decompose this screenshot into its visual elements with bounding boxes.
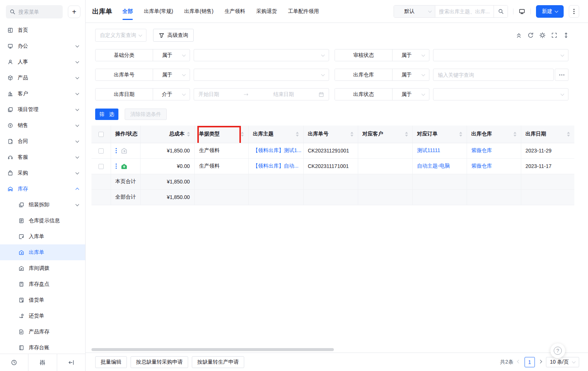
tab-regular[interactable]: 出库单(常规) xyxy=(144,0,173,23)
date-range-picker[interactable]: 开始日期 结束日期 xyxy=(194,88,329,100)
filter-operator-select[interactable]: 介于 xyxy=(153,89,190,100)
sort-icon[interactable] xyxy=(350,132,353,137)
search-button[interactable] xyxy=(494,6,508,17)
row-kebab-icon[interactable] xyxy=(115,163,117,169)
advanced-query-button[interactable]: 高级查询 xyxy=(153,29,194,42)
collapse-up-icon[interactable] xyxy=(516,32,522,38)
filter-category-value-select[interactable] xyxy=(194,49,329,61)
fullscreen-icon[interactable] xyxy=(551,32,557,38)
sidebar-search[interactable] xyxy=(6,5,63,18)
more-options-button[interactable] xyxy=(555,69,568,81)
subject-link[interactable]: 【领料出库】测试1... xyxy=(253,147,301,153)
new-button[interactable]: 新建 xyxy=(536,5,564,18)
row-kebab-icon[interactable] xyxy=(115,147,117,154)
sidebar-subitem-outbound[interactable]: 出库单 xyxy=(0,244,85,260)
col-customer[interactable]: 对应客户 xyxy=(358,126,412,143)
filter-audit-status-value-select[interactable] xyxy=(433,49,568,61)
prev-page-button[interactable] xyxy=(517,360,521,364)
history-button[interactable] xyxy=(0,354,28,371)
tab-purchase-return[interactable]: 采购退货 xyxy=(256,0,277,23)
collapse-sidebar-button[interactable] xyxy=(57,354,85,371)
sidebar-item-product[interactable]: 产品 xyxy=(0,70,85,86)
sidebar-item-purchase[interactable]: 采购 xyxy=(0,165,85,181)
sidebar-subitem-warehouse-info[interactable]: 仓库提示信息 xyxy=(0,213,85,229)
filter-operator-select[interactable]: 属于 xyxy=(153,69,190,80)
tab-all[interactable]: 全部 xyxy=(122,0,133,23)
sort-icon[interactable] xyxy=(187,132,190,137)
sidebar-subitem-transfer[interactable]: 库间调拨 xyxy=(0,260,85,276)
page-header: 出库单 全部 出库单(常规) 出库单(销售) 生产领料 采购退货 工单配件领用 … xyxy=(86,0,588,23)
to-purchase-request-button[interactable]: 按总缺量转采购申请 xyxy=(131,356,188,368)
col-warehouse[interactable]: 出库仓库 xyxy=(467,126,521,143)
col-cost[interactable]: 总成本 xyxy=(140,126,194,143)
tab-production-picking[interactable]: 生产领料 xyxy=(225,0,245,23)
custom-scheme-select[interactable]: 自定义方案查询 xyxy=(95,29,146,42)
sidebar-search-input[interactable] xyxy=(18,9,59,15)
order-link[interactable]: 自动主题-电脑 xyxy=(417,163,450,169)
sidebar-item-customer[interactable]: 客户 xyxy=(0,86,85,102)
sidebar-item-sales[interactable]: 销售 xyxy=(0,117,85,133)
select-all-checkbox[interactable] xyxy=(98,132,104,137)
add-menu-button[interactable]: + xyxy=(68,6,80,18)
sidebar-item-office[interactable]: 办公 xyxy=(0,38,85,54)
col-doc-no[interactable]: 出库单号 xyxy=(303,126,358,143)
sort-icon[interactable] xyxy=(513,132,516,137)
row-checkbox[interactable] xyxy=(98,164,104,169)
filter-submit-button[interactable]: 筛 选 xyxy=(95,109,118,120)
header-search-input[interactable] xyxy=(435,6,494,17)
to-production-request-button[interactable]: 按缺量转生产申请 xyxy=(192,356,244,368)
horizontal-scrollbar[interactable] xyxy=(91,348,334,351)
filter-operator-select[interactable]: 属于 xyxy=(392,89,429,100)
sort-icon[interactable] xyxy=(241,132,244,137)
sidebar-subitem-product-stock[interactable]: 产品库存 xyxy=(0,324,85,340)
sidebar-item-service[interactable]: 客服 xyxy=(0,149,85,165)
keyword-input[interactable] xyxy=(433,72,553,78)
row-checkbox[interactable] xyxy=(98,148,104,154)
row-height-icon[interactable] xyxy=(563,32,569,38)
sidebar-subitem-stocktake[interactable]: 库存盘点 xyxy=(0,276,85,292)
sidebar-item-hr[interactable]: 人事 xyxy=(0,54,85,70)
col-order[interactable]: 对应订单 xyxy=(412,126,467,143)
sort-icon[interactable] xyxy=(405,132,408,137)
gear-icon[interactable] xyxy=(539,32,546,38)
print-device-icon[interactable] xyxy=(519,8,525,15)
warehouse-link[interactable]: 紫薇仓库 xyxy=(471,163,492,169)
sort-icon[interactable] xyxy=(459,132,462,137)
sidebar-item-inventory[interactable]: 库存 xyxy=(0,181,85,197)
subject-link[interactable]: 【领料出库】自动... xyxy=(253,163,299,169)
view-select[interactable]: 默认 xyxy=(394,6,435,17)
sidebar-subitem-ledger[interactable]: 库存台账 xyxy=(0,340,85,354)
sidebar-item-home[interactable]: 首页 xyxy=(0,22,85,38)
tab-sales[interactable]: 出库单(销售) xyxy=(184,0,213,23)
order-link[interactable]: 测试11111 xyxy=(417,147,440,153)
warehouse-link[interactable]: 紫薇仓库 xyxy=(471,147,492,153)
col-date[interactable]: 出库日期 xyxy=(521,126,574,143)
next-page-button[interactable] xyxy=(539,360,542,364)
batch-edit-button[interactable]: 批量编辑 xyxy=(95,356,127,368)
refresh-icon[interactable] xyxy=(528,32,534,38)
sidebar-subitem-inbound[interactable]: 入库单 xyxy=(0,229,85,244)
col-doc-type[interactable]: 单据类型 xyxy=(194,126,248,143)
page-size-select[interactable]: 10 条/页 xyxy=(546,357,579,367)
filter-warehouse-value xyxy=(433,69,568,81)
sidebar-subitem-assembly[interactable]: 组装拆卸 xyxy=(0,197,85,213)
filter-doc-no-value-select[interactable] xyxy=(194,69,329,81)
sidebar-subitem-borrow[interactable]: 借货单 xyxy=(0,292,85,308)
col-subject[interactable]: 出库主题 xyxy=(248,126,303,143)
help-button[interactable]: ? xyxy=(550,343,565,358)
tab-workorder-parts[interactable]: 工单配件领用 xyxy=(288,0,319,23)
grand-total-row: 全部合计 ¥1,850.00 xyxy=(91,189,574,205)
sort-icon[interactable] xyxy=(296,132,299,137)
sidebar-item-project[interactable]: 项目管理 xyxy=(0,102,85,117)
more-actions-button[interactable] xyxy=(569,5,579,18)
page-number[interactable]: 1 xyxy=(525,357,535,367)
filter-operator-select[interactable]: 属于 xyxy=(392,69,429,80)
filter-operator-select[interactable]: 属于 xyxy=(153,49,190,61)
sidebar-item-contract[interactable]: 合同 xyxy=(0,133,85,149)
clear-filters-button[interactable]: 清除筛选条件 xyxy=(125,109,167,120)
settings-sliders-button[interactable] xyxy=(28,354,56,371)
sidebar-subitem-return[interactable]: 还货单 xyxy=(0,308,85,324)
filter-outbound-status-value-select[interactable] xyxy=(433,88,568,100)
filter-operator-select[interactable]: 属于 xyxy=(392,49,429,61)
sort-icon[interactable] xyxy=(567,132,570,137)
